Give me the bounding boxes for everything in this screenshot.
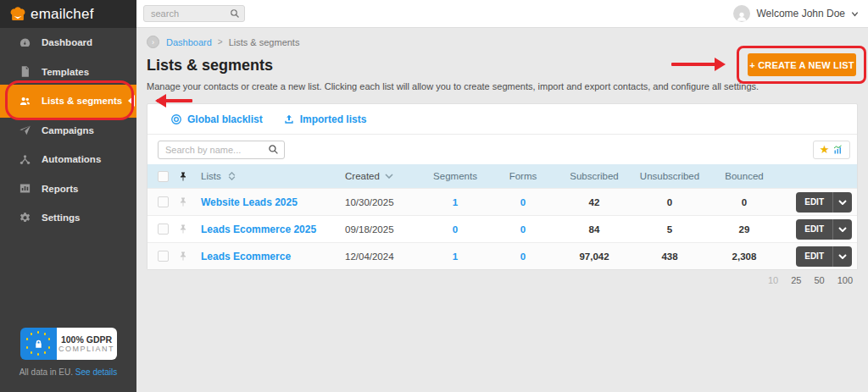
sidebar-item-dashboard[interactable]: Dashboard [0, 28, 136, 58]
stats-icon [832, 145, 843, 155]
forms-cell[interactable]: 0 [489, 251, 557, 262]
column-bounced[interactable]: Bounced [708, 171, 781, 181]
breadcrumb-dashboard-link[interactable]: Dashboard [166, 37, 212, 47]
sort-icon [228, 172, 236, 180]
edit-dropdown-button[interactable] [833, 192, 852, 213]
column-forms[interactable]: Forms [489, 171, 557, 181]
table-row: Website Leads 2025 10/30/2025 1 0 42 0 0… [147, 188, 857, 215]
sidebar-item-lists-segments[interactable]: Lists & segments [0, 85, 136, 118]
app: emailchef Dashboard Templates Lists & se… [0, 0, 868, 392]
user-menu[interactable]: Welcome John Doe [733, 5, 860, 22]
row-checkbox[interactable] [158, 196, 169, 207]
panel-links-row: Global blacklist Imported lists [147, 104, 857, 135]
search-icon [230, 8, 240, 19]
chef-hat-icon [8, 5, 27, 24]
sidebar-item-automations[interactable]: Automations [0, 145, 136, 174]
table-row: Leads Ecommerce 12/04/2024 1 0 97,042 43… [147, 242, 857, 269]
gdpr-see-details-link[interactable]: See details [75, 367, 117, 377]
sidebar-item-settings[interactable]: Settings [0, 203, 136, 233]
edit-dropdown-button[interactable] [833, 219, 852, 240]
search-icon [268, 144, 279, 155]
pin-icon[interactable] [177, 251, 189, 262]
create-new-list-button[interactable]: + CREATE A NEW LIST [748, 53, 856, 76]
table-header: Lists Created Segments Forms Subscribed … [147, 164, 857, 188]
bounced-cell: 0 [708, 197, 781, 207]
edit-button[interactable]: EDIT [796, 219, 852, 240]
sidebar-item-campaigns[interactable]: Campaigns [0, 116, 136, 146]
sidebar-item-templates[interactable]: Templates [0, 58, 136, 87]
sidebar-item-reports[interactable]: Reports [0, 174, 136, 204]
gdpr-badge: 100% GDPR COMPLIANT [20, 328, 117, 360]
subscribed-cell: 42 [557, 197, 632, 207]
breadcrumb-current: Lists & segments [229, 37, 300, 47]
sidebar-item-label: Templates [42, 67, 89, 77]
blacklist-icon [170, 113, 182, 125]
star-icon: ★ [820, 144, 830, 155]
brand-logo[interactable]: emailchef [0, 0, 136, 28]
sidebar-item-label: Lists & segments [42, 96, 122, 106]
page-size-option[interactable]: 10 [768, 275, 778, 285]
gdpr-line2: COMPLIANT [58, 345, 114, 353]
sidebar-nav: Dashboard Templates Lists & segments Cam… [0, 28, 136, 233]
gdpr-line1: 100% GDPR [61, 334, 112, 345]
created-cell: 10/30/2025 [345, 197, 421, 207]
segments-cell[interactable]: 0 [421, 224, 489, 235]
lists-panel: Global blacklist Imported lists ★ [147, 103, 858, 270]
topbar-search [143, 5, 245, 22]
sidebar-item-label: Automations [42, 154, 101, 164]
upload-icon [283, 113, 295, 125]
forms-cell[interactable]: 0 [489, 224, 557, 235]
list-name-link[interactable]: Website Leads 2025 [201, 196, 298, 208]
sidebar-item-label: Reports [42, 184, 78, 194]
table-toolbar: ★ [147, 135, 857, 164]
breadcrumb-home-icon[interactable]: › [147, 36, 159, 48]
page-size-option[interactable]: 25 [791, 275, 801, 285]
sidebar-item-label: Dashboard [42, 37, 92, 47]
page-description: Manage your contacts or create a new lis… [147, 81, 858, 91]
users-icon [19, 95, 31, 108]
sidebar: emailchef Dashboard Templates Lists & se… [0, 0, 136, 392]
column-segments[interactable]: Segments [421, 171, 489, 181]
unsubscribed-cell: 438 [632, 251, 708, 262]
column-lists[interactable]: Lists [201, 171, 345, 181]
gdpr-eu-lock-icon [20, 328, 57, 360]
segments-cell[interactable]: 1 [421, 251, 489, 262]
created-cell: 09/18/2025 [345, 224, 421, 235]
active-item-notch [122, 95, 135, 107]
page-size-option[interactable]: 100 [837, 275, 853, 285]
gdpr-footnote: All data in EU. [19, 367, 73, 377]
unsubscribed-cell: 5 [632, 224, 708, 235]
bounced-cell: 29 [708, 224, 781, 235]
edit-button[interactable]: EDIT [796, 192, 852, 213]
column-unsubscribed[interactable]: Unsubscribed [632, 171, 708, 181]
reports-icon [19, 182, 31, 195]
row-checkbox[interactable] [158, 251, 169, 262]
edit-dropdown-button[interactable] [833, 246, 852, 267]
search-by-name-input[interactable] [158, 141, 285, 159]
column-subscribed[interactable]: Subscribed [557, 171, 632, 181]
favorites-stats-toggle[interactable]: ★ [813, 141, 850, 159]
templates-icon [19, 65, 31, 78]
pin-column-icon[interactable] [177, 171, 189, 182]
list-name-link[interactable]: Leads Ecommerce [201, 251, 291, 262]
select-all-checkbox[interactable] [158, 171, 169, 182]
global-blacklist-link[interactable]: Global blacklist [170, 113, 263, 125]
main-content: › Dashboard > Lists & segments Lists & s… [136, 28, 868, 392]
pin-icon[interactable] [177, 196, 189, 207]
column-created[interactable]: Created [345, 171, 421, 181]
breadcrumb-separator: > [218, 37, 223, 47]
subscribed-cell: 84 [557, 224, 632, 235]
chevron-down-icon [850, 9, 860, 19]
pin-icon[interactable] [177, 224, 189, 235]
pagination: 10 25 50 100 [768, 275, 853, 285]
list-name-link[interactable]: Leads Ecommerce 2025 [201, 224, 316, 235]
row-checkbox[interactable] [158, 224, 169, 235]
edit-button[interactable]: EDIT [796, 246, 852, 267]
gdpr-badge-area: 100% GDPR COMPLIANT All data in EU. See … [0, 328, 136, 377]
segments-cell[interactable]: 1 [421, 197, 489, 207]
imported-lists-link[interactable]: Imported lists [283, 113, 367, 125]
automations-icon [19, 153, 31, 166]
page-size-option[interactable]: 50 [814, 275, 824, 285]
sort-down-icon [385, 174, 393, 179]
forms-cell[interactable]: 0 [489, 197, 557, 207]
